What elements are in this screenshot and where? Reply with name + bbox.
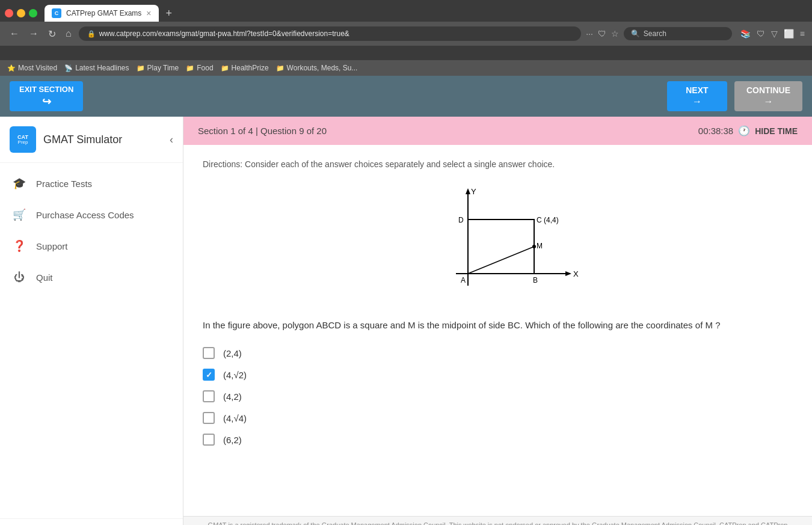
most-visited-icon: ⭐	[7, 64, 16, 72]
active-tab[interactable]: C CATPrep GMAT Exams ×	[45, 5, 159, 22]
answer-option-c: (4,2)	[203, 390, 793, 402]
answer-option-e: (6,2)	[203, 434, 793, 446]
graduation-icon: 🎓	[12, 176, 26, 191]
tab-close-button[interactable]: ×	[146, 8, 151, 18]
footer-text: GMAT is a registered trademark of the Gr…	[208, 521, 788, 525]
app-wrapper: EXIT SECTION ↪ NEXT → CONTINUE → CAT Pre…	[0, 76, 812, 525]
play-time-label: Play Time	[147, 64, 179, 72]
bookmark-healthprize[interactable]: 📁 HealthPrize	[221, 64, 269, 72]
svg-text:M: M	[537, 242, 543, 250]
bookmark-most-visited[interactable]: ⭐ Most Visited	[7, 64, 57, 72]
bookmark-workouts[interactable]: 📁 Workouts, Meds, Su...	[276, 64, 358, 72]
main-content: CAT Prep GMAT Simulator ‹ 🎓 Practice Tes…	[0, 117, 812, 525]
svg-marker-3	[565, 271, 571, 276]
logo-bottom: Prep	[18, 140, 28, 145]
sidebar-item-support[interactable]: ❓ Support	[0, 230, 183, 262]
back-button[interactable]: ←	[7, 26, 22, 41]
search-placeholder: Search	[644, 29, 666, 38]
checkbox-c[interactable]	[203, 390, 215, 402]
question-text: In the figure above, polygon ABCD is a s…	[203, 318, 793, 333]
continue-arrow-icon: →	[763, 96, 773, 107]
next-label: NEXT	[686, 85, 708, 95]
checkbox-b[interactable]	[203, 369, 215, 381]
choice-label-b: (4,√2)	[223, 370, 247, 380]
purchase-access-label: Purchase Access Codes	[36, 210, 134, 220]
browser-toolbar-icons: 📚 🛡 ▽ ⬜ ≡	[740, 29, 805, 38]
timer-display: 00:38:38	[698, 126, 733, 136]
close-traffic-light[interactable]	[5, 9, 13, 17]
shield2-icon[interactable]: 🛡	[757, 29, 765, 38]
section-info: Section 1 of 4 | Question 9 of 20	[198, 126, 327, 136]
svg-text:A: A	[461, 276, 466, 284]
svg-line-5	[468, 247, 534, 274]
library-icon[interactable]: 📚	[740, 29, 751, 38]
new-tab-button[interactable]: +	[161, 6, 177, 21]
healthprize-label: HealthPrize	[232, 64, 269, 72]
choice-label-e: (6,2)	[223, 435, 242, 445]
tab-title: CATPrep GMAT Exams	[66, 9, 141, 17]
home-button[interactable]: ⌂	[63, 26, 74, 41]
exit-icon: ↪	[42, 95, 51, 108]
most-visited-label: Most Visited	[18, 64, 57, 72]
practice-tests-label: Practice Tests	[36, 179, 92, 189]
cart-icon: 🛒	[12, 207, 26, 222]
power-icon: ⏻	[12, 270, 26, 284]
next-arrow-icon: →	[692, 96, 702, 107]
bookmark-food[interactable]: 📁 Food	[186, 64, 213, 72]
folder-icon-2: 📁	[186, 64, 194, 72]
sidebar: CAT Prep GMAT Simulator ‹ 🎓 Practice Tes…	[0, 117, 183, 525]
checkbox-a[interactable]	[203, 347, 215, 359]
svg-text:C (4,4): C (4,4)	[537, 216, 559, 224]
footer-bar: GMAT is a registered trademark of the Gr…	[183, 516, 812, 525]
bookmark-icon[interactable]: ☆	[611, 29, 619, 38]
search-icon: 🔍	[631, 29, 640, 38]
hide-time-button[interactable]: HIDE TIME	[755, 126, 798, 136]
folder-icon-3: 📁	[221, 64, 229, 72]
menu-icon[interactable]: ···	[586, 29, 593, 38]
folder-icon: 📁	[137, 64, 145, 72]
bookmark-play-time[interactable]: 📁 Play Time	[137, 64, 179, 72]
sidebar-toggle-button[interactable]: ‹	[170, 134, 173, 146]
sidebar-item-quit[interactable]: ⏻ Quit	[0, 262, 183, 293]
shield-icon[interactable]: 🛡	[598, 29, 606, 38]
svg-rect-4	[468, 220, 534, 274]
lock-icon: 🔒	[87, 30, 96, 38]
address-bar: ← → ↻ ⌂ 🔒 www.catprep.com/exams/gmat/gma…	[0, 22, 812, 46]
forward-button[interactable]: →	[26, 26, 41, 41]
question-body: Directions: Consider each of the answer …	[183, 145, 812, 516]
choice-label-a: (2,4)	[223, 348, 242, 358]
sidebar-nav: 🎓 Practice Tests 🛒 Purchase Access Codes…	[0, 163, 183, 518]
reload-button[interactable]: ↻	[46, 26, 58, 42]
hamburger-icon[interactable]: ≡	[800, 29, 805, 38]
minimize-traffic-light[interactable]	[17, 9, 25, 17]
browser-chrome: C CATPrep GMAT Exams × + ← → ↻ ⌂ 🔒 www.c…	[0, 0, 812, 60]
sidebar-title: GMAT Simulator	[43, 134, 162, 146]
answer-option-a: (2,4)	[203, 347, 793, 359]
bookmark-latest-headlines[interactable]: 📡 Latest Headlines	[64, 64, 129, 72]
graph-container: Y X A B C (4,4) D M	[203, 183, 793, 304]
latest-headlines-label: Latest Headlines	[75, 64, 129, 72]
sidebar-item-practice-tests[interactable]: 🎓 Practice Tests	[0, 168, 183, 199]
svg-point-13	[532, 245, 536, 248]
checkbox-e[interactable]	[203, 434, 215, 446]
reader-icon[interactable]: ⬜	[784, 29, 794, 38]
checkbox-d[interactable]	[203, 412, 215, 424]
next-button[interactable]: NEXT →	[667, 81, 727, 111]
svg-text:D: D	[458, 216, 464, 224]
search-box[interactable]: 🔍 Search	[624, 27, 732, 40]
tab-bar: C CATPrep GMAT Exams × +	[0, 0, 812, 22]
vpn-icon[interactable]: ▽	[771, 29, 778, 38]
maximize-traffic-light[interactable]	[29, 9, 37, 17]
svg-text:Y: Y	[471, 187, 476, 196]
url-box[interactable]: 🔒 www.catprep.com/exams/gmat/gmat-pwa.ht…	[79, 26, 581, 41]
folder-icon-4: 📁	[276, 64, 285, 72]
answer-option-b: (4,√2)	[203, 369, 793, 381]
app-toolbar: EXIT SECTION ↪ NEXT → CONTINUE →	[0, 76, 812, 117]
tab-favicon: C	[52, 8, 61, 18]
exit-section-button[interactable]: EXIT SECTION ↪	[10, 81, 83, 111]
continue-button[interactable]: CONTINUE →	[734, 81, 802, 111]
sidebar-item-purchase-access[interactable]: 🛒 Purchase Access Codes	[0, 199, 183, 230]
quit-label: Quit	[36, 272, 53, 283]
clock-icon: 🕐	[738, 125, 750, 137]
bookmarks-bar: ⭐ Most Visited 📡 Latest Headlines 📁 Play…	[0, 60, 812, 76]
